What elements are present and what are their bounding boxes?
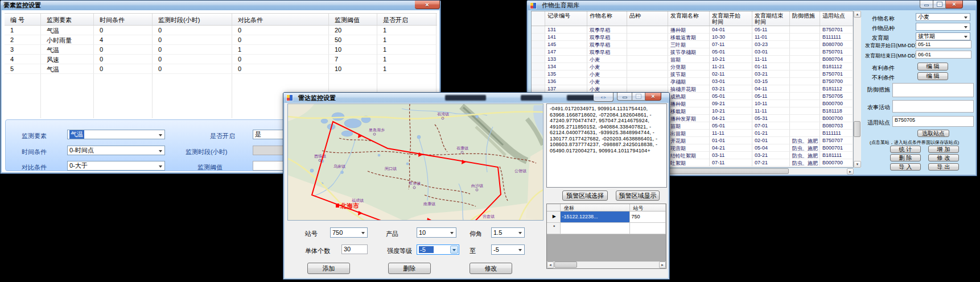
unfavorable-edit-button[interactable]: 编 辑 [917,72,948,80]
column-header[interactable]: 编 号 [5,14,41,25]
delete-button[interactable]: 删 除 [890,154,921,161]
import-button[interactable]: 导 入 [890,163,921,171]
minimize-button[interactable] [920,1,933,9]
vertical-scrollbar[interactable]: ▲ ▼ [854,11,861,168]
to-combobox[interactable]: -5 [491,244,525,255]
crop-titlebar[interactable]: 作物生育期库 [527,1,977,10]
close-button[interactable]: × [645,93,661,101]
grid-row-selected[interactable]: ▶ -15122.12238... 750 [547,212,666,223]
monitor-close-button[interactable]: × [415,1,440,9]
time-cond-combobox[interactable]: 0-时间点 [67,146,165,155]
product-combobox[interactable]: 10 [417,227,456,238]
station-input[interactable]: B750705 [892,116,974,127]
compare-combobox[interactable]: 0-大于 [67,161,165,171]
variety-combobox[interactable] [916,23,970,31]
defense-textarea[interactable] [892,83,974,97]
pushpin-button[interactable]: ⇔ [594,93,613,102]
column-header[interactable]: 发育期结束 时间 [752,11,790,26]
close-button[interactable]: × [946,1,963,9]
table-row[interactable]: 135 小麦 拔节期 02-11 03-21 B750701 [532,70,853,78]
table-row[interactable]: 141 双季早稻 移栽返青期 10-30 11-01 B111111 [532,34,853,41]
town-label: 西场镇 [314,154,326,159]
table-row[interactable]: 147 双季早稻 拔节孕穗期 05-01 03-01 B750701 [532,48,853,56]
table-row[interactable]: 4 风速 0 0 0 7 1 [5,55,437,64]
chevron-down-icon [361,232,365,236]
period-label: 发育期 [872,34,889,42]
add-button[interactable]: 增 加 [928,146,959,153]
scrollbar-thumb[interactable] [854,121,860,137]
cell-count-input[interactable]: 30 [341,244,368,254]
modify-button[interactable]: 修改 [470,263,512,274]
table-row[interactable]: 134 小麦 分蘖期 11-21 01-11 B181112 [532,63,853,70]
crop-window-title: 作物生育期库 [539,1,579,10]
scroll-right-icon[interactable]: ► [847,168,854,175]
area-show-button[interactable]: 预警区域显示 [616,190,660,201]
column-header[interactable]: 发育期名称 [668,11,710,26]
chevron-down-icon [450,232,454,236]
column-header[interactable]: 监测要素 [41,14,94,25]
column-header[interactable]: 防御措施 [790,11,820,26]
scroll-left-icon[interactable]: ◄ [547,262,554,268]
column-header[interactable]: 坐标 [561,204,630,211]
table-row[interactable]: 5 气温 0 0 0 10 1 [5,64,437,74]
table-row[interactable]: 145 双季早稻 三叶期 07-11 03-23 B080700 [532,41,853,48]
scrollbar-thumb[interactable] [554,262,577,268]
chevron-down-icon [452,249,456,253]
period-combobox[interactable]: 拔节期 [916,32,970,40]
column-header[interactable]: 品种 [627,11,668,26]
export-button[interactable]: 导 出 [928,163,959,171]
column-header[interactable]: 适用站点 [820,11,853,26]
add-button[interactable]: 添加 [307,263,350,274]
column-header[interactable]: 发育期开始 时间 [710,11,752,26]
end-date-input[interactable]: 06-01 [916,51,971,59]
maximize-button[interactable] [632,93,645,101]
favorable-edit-button[interactable]: 编 辑 [917,63,948,70]
elevation-combobox[interactable]: 1.5 [491,227,525,238]
column-header[interactable]: 作物名称 [587,11,627,26]
monitor-titlebar[interactable]: 要素监控设置 [1,1,440,10]
table-row[interactable]: 3 气温 0 0 1 10 1 [5,45,437,55]
monitor-table-body: 1 气温 0 0 0 20 1 2 小时雨量 4 0 0 50 1 [5,26,437,74]
scroll-down-icon[interactable]: ▼ [854,161,861,168]
column-header[interactable]: 对比条件 [232,14,329,25]
column-header[interactable]: 监测阈值 [329,14,377,25]
chevron-down-icon [964,16,967,20]
dropdown-button[interactable] [450,246,458,254]
table-row[interactable]: 133 小麦 苗期 10-21 11-11 B080704 [532,56,853,63]
intensity-combobox[interactable]: -5 [417,244,459,255]
pick-station-button[interactable]: 选取站点 [917,130,949,137]
modify-button[interactable]: 修 改 [928,154,959,161]
table-row[interactable]: 136 小麦 孕穗期 03-01 03-15 B750700 [532,78,853,85]
table-row[interactable]: 131 双季早稻 播种期 04-01 05-11 B750701 [532,26,853,34]
coordinates-textarea[interactable]: -0491.0172034971, 909914.1131754410, 639… [546,103,667,188]
grid-horizontal-scrollbar[interactable]: ◄ ► [547,262,666,268]
farmwork-textarea[interactable] [892,100,974,113]
chevron-down-icon [964,36,967,40]
minimize-button[interactable] [617,93,632,101]
close-icon: × [425,2,429,8]
maximize-button[interactable] [933,1,946,9]
column-header[interactable]: 监测时段(小时) [153,14,232,25]
table-row[interactable]: 2 小时雨量 4 0 0 50 1 [5,35,437,45]
scroll-right-icon[interactable]: ► [659,262,666,268]
crop-table-header: 记录编号 作物名称 品种 发育期名称 发育期开始 时间 发育期结束 时间 防御措… [532,11,853,26]
column-header[interactable]: 时间条件 [94,14,153,25]
station-note: (点击某站，进入站点条件界面以保存该站点) [870,139,959,146]
element-combobox[interactable]: 气温 [67,130,165,139]
station-combobox[interactable]: 750 [330,227,368,238]
stat-button[interactable]: 统 计 [890,146,921,153]
delete-button[interactable]: 删除 [388,263,431,274]
radar-window-title: 雷达监控设置 [295,94,336,102]
intensity-label: 强度等级 [387,247,412,255]
grid-row-new[interactable]: * [547,223,666,234]
crop-name-combobox[interactable]: 小麦 [916,13,970,21]
column-header[interactable]: 是否开启 [377,14,437,25]
scroll-up-icon[interactable]: ▲ [854,11,861,18]
start-date-input[interactable]: 05-11 [916,40,971,48]
column-header[interactable]: 记录编号 [545,11,587,26]
map-view[interactable]: 星岛湖乡 石湾镇 石康镇 西场镇 乌家镇 常乐镇 白沙镇 福成镇 南康镇 营盘镇… [287,103,543,221]
column-header[interactable]: 站号 [630,204,666,211]
crop-name-label: 作物名称 [872,15,895,23]
area-select-button[interactable]: 预警区域选择 [562,190,608,201]
table-row[interactable]: 1 气温 0 0 0 20 1 [5,26,437,35]
